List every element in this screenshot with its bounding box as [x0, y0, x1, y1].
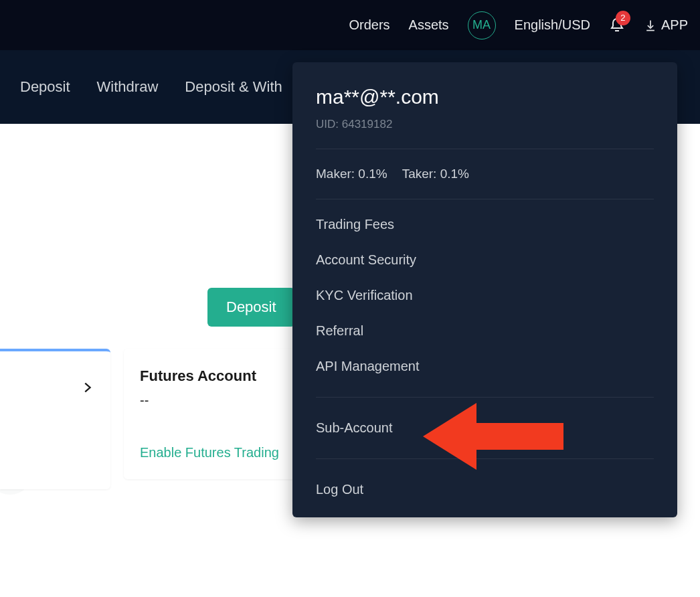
subnav-deposit-withdraw-history[interactable]: Deposit & With	[185, 78, 282, 96]
notification-badge: 2	[616, 11, 630, 25]
futures-card-value: --	[140, 393, 282, 408]
chevron-right-icon	[80, 378, 94, 397]
menu-log-out[interactable]: Log Out	[316, 482, 654, 497]
menu-account-security[interactable]: Account Security	[316, 252, 654, 268]
futures-card-title: Futures Account	[140, 367, 282, 385]
enable-futures-link[interactable]: Enable Futures Trading	[140, 445, 282, 460]
menu-sub-account[interactable]: Sub-Account	[316, 420, 654, 436]
account-email: ma**@**.com	[316, 86, 654, 108]
nav-assets[interactable]: Assets	[409, 17, 449, 33]
fee-rates: Maker: 0.1% Taker: 0.1%	[316, 167, 654, 181]
menu-referral[interactable]: Referral	[316, 323, 654, 339]
menu-trading-fees[interactable]: Trading Fees	[316, 217, 654, 232]
taker-fee: Taker: 0.1%	[402, 167, 469, 181]
menu-api-management[interactable]: API Management	[316, 359, 654, 374]
maker-fee: Maker: 0.1%	[316, 167, 387, 181]
menu-kyc-verification[interactable]: KYC Verification	[316, 288, 654, 303]
account-uid: UID: 64319182	[316, 118, 654, 131]
nav-orders[interactable]: Orders	[349, 17, 389, 33]
avatar-initials: MA	[472, 18, 491, 32]
account-card-previous[interactable]	[0, 349, 110, 489]
divider	[316, 149, 654, 149]
divider	[316, 458, 654, 459]
account-menu: Trading Fees Account Security KYC Verifi…	[316, 217, 654, 497]
top-header: Orders Assets MA English/USD 2 APP	[0, 0, 700, 50]
avatar[interactable]: MA	[468, 11, 496, 39]
app-download-button[interactable]: APP	[644, 17, 688, 33]
subnav-deposit[interactable]: Deposit	[20, 78, 70, 96]
account-cards-row: Futures Account -- Enable Futures Tradin…	[0, 349, 298, 489]
account-dropdown: ma**@**.com UID: 64319182 Maker: 0.1% Ta…	[292, 62, 677, 517]
notifications-button[interactable]: 2	[609, 17, 625, 33]
divider	[316, 397, 654, 398]
app-download-label: APP	[661, 17, 688, 33]
download-icon	[644, 19, 657, 32]
futures-account-card[interactable]: Futures Account -- Enable Futures Tradin…	[124, 349, 298, 479]
deposit-button[interactable]: Deposit	[207, 288, 295, 327]
subnav-withdraw[interactable]: Withdraw	[97, 78, 159, 96]
divider	[316, 199, 654, 199]
language-currency-selector[interactable]: English/USD	[515, 17, 590, 33]
